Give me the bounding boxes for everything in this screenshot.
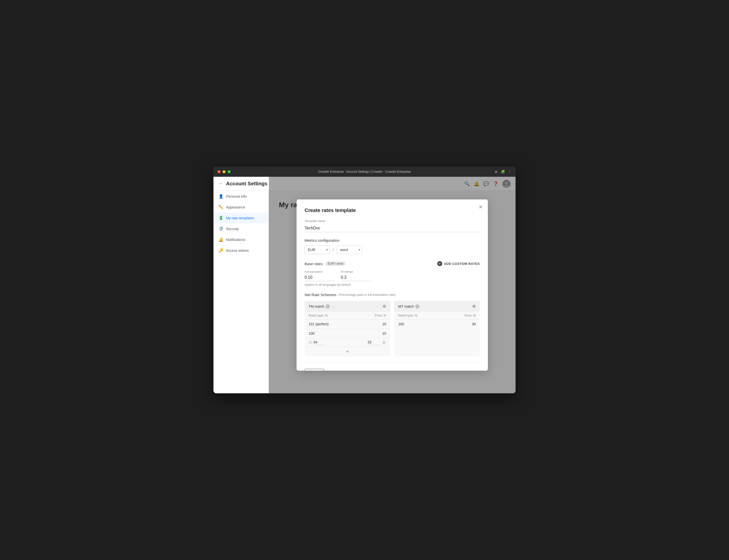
save-button[interactable]: SAVE [305, 369, 324, 371]
browser-title: Crowdin Enterprise - Account Settings | … [318, 170, 411, 173]
create-rates-template-modal: Create rates template ✕ Template name Me… [297, 199, 488, 371]
template-name-input[interactable] [305, 224, 480, 232]
net-rate-header: Net Rate Schemes (Percentage paid of ful… [305, 293, 480, 297]
tm-col-price: Price, % [375, 314, 386, 317]
tm-row-2-price: 10 [382, 331, 386, 335]
sidebar-item-notifications[interactable]: 🔔 Notifications [214, 234, 269, 245]
full-translation-field: Full translation [305, 270, 335, 281]
sidebar-item-appearance[interactable]: ✏️ Appearance [214, 202, 269, 213]
modal-close-button[interactable]: ✕ [478, 204, 483, 209]
zoom-icon[interactable]: ⊕ [495, 170, 498, 174]
tm-col-headers: Match type, % Price, % [305, 312, 390, 320]
sidebar-item-label: Appearance [226, 205, 245, 209]
mt-match-header: MT match i ⚙ [394, 301, 480, 312]
back-button[interactable]: ← [219, 181, 223, 186]
applies-text: Applies to all languages by default [305, 283, 480, 287]
mt-match-title: MT match [398, 304, 414, 308]
tm-row-2-match: 100 [309, 331, 315, 335]
template-name-group: Template name [305, 219, 480, 232]
sidebar-item-security[interactable]: 🛡️ Security [214, 223, 269, 234]
tm-row-1-price: 10 [382, 322, 386, 326]
range-start-placeholder: 99 [309, 340, 313, 344]
tm-info-icon[interactable]: i [326, 304, 330, 308]
base-rates-badge: EUR / word [325, 261, 346, 266]
browser-titlebar: Crowdin Enterprise - Account Settings | … [214, 167, 515, 177]
sidebar-item-label: Security [226, 227, 239, 231]
close-button[interactable]: CLOSE [327, 369, 349, 371]
sidebar: 👤 Personal info ✏️ Appearance 💲 My rate … [214, 177, 269, 393]
unit-select[interactable]: word character [337, 246, 362, 254]
tm-add-row-button[interactable]: + [305, 347, 390, 357]
sidebar-item-label: My rate templates [226, 216, 254, 220]
mt-col-match: Match type, % [398, 314, 417, 317]
tm-match-header: TM match i ⚙ [305, 301, 390, 312]
tm-row-1: 101 (perfect) 10 [305, 320, 390, 329]
mt-row-1: 100 30 [394, 320, 480, 329]
tm-row-1-match: 101 (perfect) [309, 322, 329, 326]
metrics-divider: / [333, 248, 334, 252]
extension-icon[interactable]: 🧩 [501, 170, 505, 174]
sidebar-item-access-tokens[interactable]: 🔑 Access tokens [214, 245, 269, 256]
sidebar-item-label: Personal info [226, 194, 247, 198]
tm-row-2: 100 10 [305, 329, 390, 338]
tm-row-edit: 99 🗑 [305, 338, 390, 347]
edit-price-input[interactable] [367, 340, 380, 345]
mt-row-1-match: 100 [398, 322, 404, 326]
proofread-field: Proofread [341, 270, 371, 281]
proofread-label: Proofread [341, 270, 371, 273]
net-rate-subtitle: (Percentage paid of full translation rat… [338, 293, 396, 297]
schemes-grid: TM match i ⚙ Match type, % Price, % [305, 301, 480, 357]
shield-icon: 🛡️ [219, 226, 224, 231]
mt-gear-icon[interactable]: ⚙ [472, 304, 476, 309]
mt-row-1-price: 30 [472, 322, 476, 326]
net-rate-section: Net Rate Schemes (Percentage paid of ful… [305, 293, 480, 357]
modal-title: Create rates template [305, 207, 480, 213]
base-rates-header: Base rates EUR / word + ADD CUSTOM RATES [305, 261, 480, 266]
tm-match-title: TM match [309, 304, 324, 308]
template-name-label: Template name [305, 219, 480, 223]
match-type-range: 99 [309, 340, 326, 345]
notification-icon: 🔔 [219, 237, 224, 242]
browser-toolbar: ⊕ 🧩 ⋮ [495, 170, 511, 174]
tm-title-group: TM match i [309, 304, 330, 308]
mt-col-headers: Match type, % Price, % [394, 312, 480, 320]
user-icon: 👤 [219, 194, 224, 199]
base-rates-title-group: Base rates EUR / word [305, 261, 346, 266]
tm-col-match: Match type, % [309, 314, 328, 317]
net-rate-title: Net Rate Schemes [305, 293, 336, 297]
rates-inputs: Full translation Proofread [305, 270, 480, 281]
metrics-row: EUR USD GBP / word character [305, 246, 480, 254]
price-delete-group: 🗑 [367, 340, 386, 345]
tm-gear-icon[interactable]: ⚙ [382, 304, 386, 309]
pencil-icon: ✏️ [219, 205, 224, 209]
modal-overlay: Create rates template ✕ Template name Me… [269, 177, 515, 393]
unit-select-wrapper: word character [337, 246, 362, 254]
menu-icon[interactable]: ⋮ [508, 170, 511, 174]
sidebar-item-personal-info[interactable]: 👤 Personal info [214, 191, 269, 202]
sidebar-item-label: Notifications [226, 238, 245, 242]
range-end-input[interactable] [314, 340, 326, 345]
key-icon: 🔑 [219, 248, 224, 253]
full-translation-input[interactable] [305, 274, 335, 281]
proofread-input[interactable] [341, 274, 371, 281]
close-window-button[interactable] [218, 170, 221, 173]
dollar-icon: 💲 [219, 216, 224, 220]
base-rates-section: Base rates EUR / word + ADD CUSTOM RATES… [305, 261, 480, 287]
maximize-window-button[interactable] [228, 170, 231, 173]
modal-footer: SAVE CLOSE [305, 363, 480, 371]
sidebar-item-label: Access tokens [226, 249, 249, 253]
add-custom-rates-button[interactable]: + ADD CUSTOM RATES [437, 261, 480, 266]
mt-info-icon[interactable]: i [415, 304, 419, 308]
sidebar-item-rate-templates[interactable]: 💲 My rate templates [214, 213, 269, 223]
minimize-window-button[interactable] [223, 170, 226, 173]
currency-select-wrapper: EUR USD GBP [305, 246, 330, 254]
tm-match-card: TM match i ⚙ Match type, % Price, % [305, 301, 390, 357]
mt-title-group: MT match i [398, 304, 419, 308]
currency-select[interactable]: EUR USD GBP [305, 246, 330, 254]
mt-col-price: Price, % [464, 314, 476, 317]
metrics-label: Metrics configuration [305, 238, 480, 242]
delete-row-icon[interactable]: 🗑 [382, 340, 386, 345]
full-translation-label: Full translation [305, 270, 335, 273]
mt-match-card: MT match i ⚙ Match type, % Price, % [394, 301, 480, 357]
metrics-config-section: Metrics configuration EUR USD GBP / [305, 238, 480, 254]
